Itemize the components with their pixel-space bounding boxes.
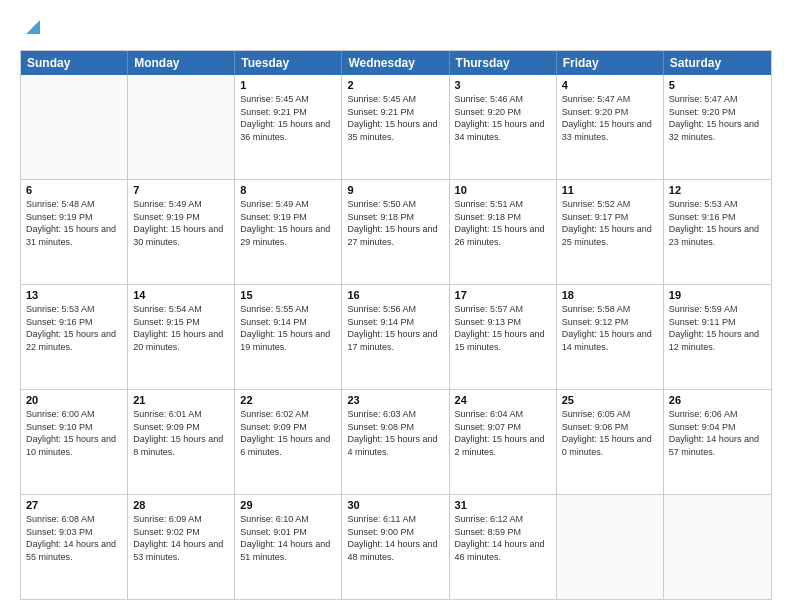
- cell-daylight-info: Sunrise: 5:49 AMSunset: 9:19 PMDaylight:…: [133, 198, 229, 248]
- cell-daylight-info: Sunrise: 5:48 AMSunset: 9:19 PMDaylight:…: [26, 198, 122, 248]
- day-number: 13: [26, 289, 122, 301]
- calendar-cell: [21, 75, 128, 179]
- calendar-cell: 10Sunrise: 5:51 AMSunset: 9:18 PMDayligh…: [450, 180, 557, 284]
- cell-daylight-info: Sunrise: 5:57 AMSunset: 9:13 PMDaylight:…: [455, 303, 551, 353]
- calendar-row: 13Sunrise: 5:53 AMSunset: 9:16 PMDayligh…: [21, 285, 771, 390]
- cell-daylight-info: Sunrise: 5:59 AMSunset: 9:11 PMDaylight:…: [669, 303, 766, 353]
- cell-daylight-info: Sunrise: 6:08 AMSunset: 9:03 PMDaylight:…: [26, 513, 122, 563]
- calendar-cell: [128, 75, 235, 179]
- calendar-cell: 9Sunrise: 5:50 AMSunset: 9:18 PMDaylight…: [342, 180, 449, 284]
- cell-daylight-info: Sunrise: 5:50 AMSunset: 9:18 PMDaylight:…: [347, 198, 443, 248]
- cell-daylight-info: Sunrise: 6:10 AMSunset: 9:01 PMDaylight:…: [240, 513, 336, 563]
- day-number: 20: [26, 394, 122, 406]
- calendar-cell: 31Sunrise: 6:12 AMSunset: 8:59 PMDayligh…: [450, 495, 557, 599]
- day-number: 9: [347, 184, 443, 196]
- day-number: 26: [669, 394, 766, 406]
- calendar-cell: 28Sunrise: 6:09 AMSunset: 9:02 PMDayligh…: [128, 495, 235, 599]
- calendar-cell: 2Sunrise: 5:45 AMSunset: 9:21 PMDaylight…: [342, 75, 449, 179]
- calendar-cell: 19Sunrise: 5:59 AMSunset: 9:11 PMDayligh…: [664, 285, 771, 389]
- cell-daylight-info: Sunrise: 5:55 AMSunset: 9:14 PMDaylight:…: [240, 303, 336, 353]
- cell-daylight-info: Sunrise: 5:45 AMSunset: 9:21 PMDaylight:…: [240, 93, 336, 143]
- cell-daylight-info: Sunrise: 6:02 AMSunset: 9:09 PMDaylight:…: [240, 408, 336, 458]
- calendar-cell: 8Sunrise: 5:49 AMSunset: 9:19 PMDaylight…: [235, 180, 342, 284]
- calendar-cell: 5Sunrise: 5:47 AMSunset: 9:20 PMDaylight…: [664, 75, 771, 179]
- cell-daylight-info: Sunrise: 5:58 AMSunset: 9:12 PMDaylight:…: [562, 303, 658, 353]
- day-number: 4: [562, 79, 658, 91]
- calendar-cell: 15Sunrise: 5:55 AMSunset: 9:14 PMDayligh…: [235, 285, 342, 389]
- day-number: 23: [347, 394, 443, 406]
- cell-daylight-info: Sunrise: 6:11 AMSunset: 9:00 PMDaylight:…: [347, 513, 443, 563]
- cell-daylight-info: Sunrise: 5:53 AMSunset: 9:16 PMDaylight:…: [26, 303, 122, 353]
- calendar-cell: 1Sunrise: 5:45 AMSunset: 9:21 PMDaylight…: [235, 75, 342, 179]
- weekday-header: Tuesday: [235, 51, 342, 75]
- cell-daylight-info: Sunrise: 5:56 AMSunset: 9:14 PMDaylight:…: [347, 303, 443, 353]
- calendar-cell: 30Sunrise: 6:11 AMSunset: 9:00 PMDayligh…: [342, 495, 449, 599]
- calendar-cell: 7Sunrise: 5:49 AMSunset: 9:19 PMDaylight…: [128, 180, 235, 284]
- cell-daylight-info: Sunrise: 6:09 AMSunset: 9:02 PMDaylight:…: [133, 513, 229, 563]
- calendar-cell: 24Sunrise: 6:04 AMSunset: 9:07 PMDayligh…: [450, 390, 557, 494]
- calendar-cell: 26Sunrise: 6:06 AMSunset: 9:04 PMDayligh…: [664, 390, 771, 494]
- day-number: 16: [347, 289, 443, 301]
- calendar-cell: 6Sunrise: 5:48 AMSunset: 9:19 PMDaylight…: [21, 180, 128, 284]
- calendar-cell: 29Sunrise: 6:10 AMSunset: 9:01 PMDayligh…: [235, 495, 342, 599]
- cell-daylight-info: Sunrise: 5:52 AMSunset: 9:17 PMDaylight:…: [562, 198, 658, 248]
- day-number: 27: [26, 499, 122, 511]
- calendar-cell: [557, 495, 664, 599]
- cell-daylight-info: Sunrise: 5:46 AMSunset: 9:20 PMDaylight:…: [455, 93, 551, 143]
- calendar-cell: 12Sunrise: 5:53 AMSunset: 9:16 PMDayligh…: [664, 180, 771, 284]
- calendar-row: 1Sunrise: 5:45 AMSunset: 9:21 PMDaylight…: [21, 75, 771, 180]
- cell-daylight-info: Sunrise: 6:00 AMSunset: 9:10 PMDaylight:…: [26, 408, 122, 458]
- calendar-header: SundayMondayTuesdayWednesdayThursdayFrid…: [21, 51, 771, 75]
- day-number: 18: [562, 289, 658, 301]
- cell-daylight-info: Sunrise: 6:04 AMSunset: 9:07 PMDaylight:…: [455, 408, 551, 458]
- calendar-cell: 20Sunrise: 6:00 AMSunset: 9:10 PMDayligh…: [21, 390, 128, 494]
- page: SundayMondayTuesdayWednesdayThursdayFrid…: [0, 0, 792, 612]
- calendar-cell: 17Sunrise: 5:57 AMSunset: 9:13 PMDayligh…: [450, 285, 557, 389]
- svg-marker-0: [26, 20, 40, 34]
- day-number: 29: [240, 499, 336, 511]
- weekday-header: Sunday: [21, 51, 128, 75]
- weekday-header: Wednesday: [342, 51, 449, 75]
- cell-daylight-info: Sunrise: 6:01 AMSunset: 9:09 PMDaylight:…: [133, 408, 229, 458]
- weekday-header: Friday: [557, 51, 664, 75]
- day-number: 7: [133, 184, 229, 196]
- day-number: 14: [133, 289, 229, 301]
- calendar-cell: 18Sunrise: 5:58 AMSunset: 9:12 PMDayligh…: [557, 285, 664, 389]
- weekday-header: Saturday: [664, 51, 771, 75]
- day-number: 17: [455, 289, 551, 301]
- cell-daylight-info: Sunrise: 5:54 AMSunset: 9:15 PMDaylight:…: [133, 303, 229, 353]
- calendar-row: 20Sunrise: 6:00 AMSunset: 9:10 PMDayligh…: [21, 390, 771, 495]
- calendar-cell: 27Sunrise: 6:08 AMSunset: 9:03 PMDayligh…: [21, 495, 128, 599]
- day-number: 5: [669, 79, 766, 91]
- day-number: 19: [669, 289, 766, 301]
- weekday-header: Monday: [128, 51, 235, 75]
- calendar-cell: [664, 495, 771, 599]
- cell-daylight-info: Sunrise: 5:47 AMSunset: 9:20 PMDaylight:…: [562, 93, 658, 143]
- calendar-cell: 3Sunrise: 5:46 AMSunset: 9:20 PMDaylight…: [450, 75, 557, 179]
- calendar-cell: 16Sunrise: 5:56 AMSunset: 9:14 PMDayligh…: [342, 285, 449, 389]
- calendar-cell: 11Sunrise: 5:52 AMSunset: 9:17 PMDayligh…: [557, 180, 664, 284]
- calendar-body: 1Sunrise: 5:45 AMSunset: 9:21 PMDaylight…: [21, 75, 771, 599]
- calendar-cell: 13Sunrise: 5:53 AMSunset: 9:16 PMDayligh…: [21, 285, 128, 389]
- cell-daylight-info: Sunrise: 5:49 AMSunset: 9:19 PMDaylight:…: [240, 198, 336, 248]
- day-number: 31: [455, 499, 551, 511]
- cell-daylight-info: Sunrise: 5:45 AMSunset: 9:21 PMDaylight:…: [347, 93, 443, 143]
- day-number: 22: [240, 394, 336, 406]
- calendar: SundayMondayTuesdayWednesdayThursdayFrid…: [20, 50, 772, 600]
- day-number: 15: [240, 289, 336, 301]
- calendar-cell: 23Sunrise: 6:03 AMSunset: 9:08 PMDayligh…: [342, 390, 449, 494]
- calendar-cell: 25Sunrise: 6:05 AMSunset: 9:06 PMDayligh…: [557, 390, 664, 494]
- cell-daylight-info: Sunrise: 6:12 AMSunset: 8:59 PMDaylight:…: [455, 513, 551, 563]
- calendar-cell: 14Sunrise: 5:54 AMSunset: 9:15 PMDayligh…: [128, 285, 235, 389]
- calendar-row: 27Sunrise: 6:08 AMSunset: 9:03 PMDayligh…: [21, 495, 771, 599]
- calendar-cell: 22Sunrise: 6:02 AMSunset: 9:09 PMDayligh…: [235, 390, 342, 494]
- day-number: 25: [562, 394, 658, 406]
- day-number: 1: [240, 79, 336, 91]
- day-number: 6: [26, 184, 122, 196]
- cell-daylight-info: Sunrise: 6:05 AMSunset: 9:06 PMDaylight:…: [562, 408, 658, 458]
- weekday-header: Thursday: [450, 51, 557, 75]
- day-number: 2: [347, 79, 443, 91]
- cell-daylight-info: Sunrise: 5:47 AMSunset: 9:20 PMDaylight:…: [669, 93, 766, 143]
- day-number: 28: [133, 499, 229, 511]
- day-number: 11: [562, 184, 658, 196]
